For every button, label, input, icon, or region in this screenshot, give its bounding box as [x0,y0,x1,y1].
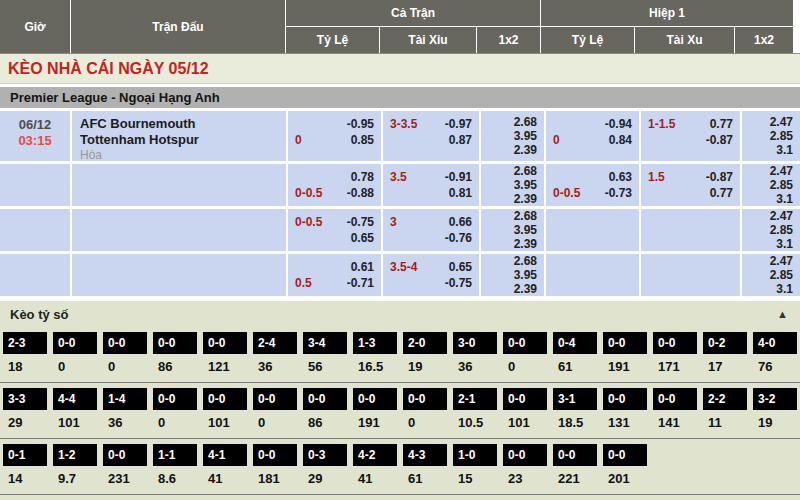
score-cell[interactable]: 3-2 [753,388,797,410]
league-header[interactable]: Premier League - Ngoại Hạng Anh [0,87,800,108]
score-odds-value[interactable]: 0 [503,354,547,382]
score-cell[interactable]: 2-3 [3,332,47,354]
odds-cell-h1-1x2[interactable]: 2.47 2.85 3.1 [742,164,800,206]
odds-value[interactable]: 2.47 [742,164,793,178]
score-cell[interactable]: 4-2 [353,444,397,466]
odds-value[interactable]: -0.73 [605,185,632,201]
score-cell[interactable]: 0-0 [403,388,447,410]
score-cell[interactable]: 0-0 [503,388,547,410]
score-cell[interactable]: 0-2 [703,332,747,354]
odds-value[interactable]: 0.61 [351,259,374,275]
score-odds-value[interactable]: 8.6 [153,466,197,494]
odds-cell-ft-1x2[interactable]: 2.68 3.95 2.39 [481,209,544,251]
score-cell[interactable]: 0-0 [353,388,397,410]
odds-value[interactable]: 0.66 [449,214,472,230]
score-cell[interactable]: 4-3 [403,444,447,466]
score-odds-value[interactable]: 141 [653,410,697,438]
score-cell[interactable]: 3-3 [3,388,47,410]
score-cell[interactable]: 0-1 [3,444,47,466]
odds-value[interactable]: 0.81 [449,185,472,201]
score-cell[interactable]: 1-0 [453,444,497,466]
score-odds-value[interactable]: 0 [403,410,447,438]
score-cell[interactable]: 2-1 [453,388,497,410]
score-odds-value[interactable]: 221 [553,466,597,494]
odds-value[interactable]: -0.88 [347,185,374,201]
score-cell[interactable]: 0-0 [203,388,247,410]
odds-value[interactable]: 0.77 [710,116,733,132]
odds-value[interactable]: -0.87 [706,169,733,185]
score-cell[interactable]: 0-0 [253,444,297,466]
team-away[interactable]: Tottenham Hotspur [80,132,286,148]
score-odds-value[interactable]: 19 [403,354,447,382]
odds-value[interactable]: 3.1 [742,237,793,251]
score-cell[interactable]: 0-0 [503,332,547,354]
odds-cell-h1-1x2[interactable]: 2.47 2.85 3.1 [742,254,800,296]
score-odds-value[interactable]: 86 [153,354,197,382]
odds-cell-ft-1x2[interactable]: 2.68 3.95 2.39 [481,164,544,206]
odds-cell-h1-handicap[interactable]: -0.94 00.84 [546,111,639,161]
score-cell[interactable]: 0-0 [153,332,197,354]
score-cell[interactable]: 0-4 [553,332,597,354]
odds-value[interactable]: 2.68 [481,209,537,223]
odds-value[interactable]: -0.76 [445,230,472,246]
odds-value[interactable]: 2.68 [481,115,537,129]
score-cell[interactable]: 0-0 [103,332,147,354]
odds-value[interactable]: 0.85 [351,132,374,148]
score-odds-value[interactable]: 191 [603,354,647,382]
score-odds-value[interactable]: 36 [103,410,147,438]
score-odds-value[interactable]: 19 [753,410,797,438]
odds-cell-h1-1x2[interactable]: 2.47 2.85 3.1 [742,209,800,251]
score-odds-value[interactable]: 56 [303,354,347,382]
score-cell[interactable]: 3-1 [553,388,597,410]
odds-cell-h1-1x2[interactable]: 2.47 2.85 3.1 [742,111,800,161]
odds-value[interactable]: -0.87 [706,132,733,148]
odds-cell-ft-handicap[interactable]: 0.78 0-0.5-0.88 [288,164,381,206]
score-cell[interactable]: 1-2 [53,444,97,466]
score-odds-value[interactable]: 0 [153,410,197,438]
score-odds-value[interactable]: 86 [303,410,347,438]
odds-value[interactable]: 2.47 [742,254,793,268]
score-odds-value[interactable]: 76 [753,354,797,382]
score-cell[interactable]: 0-0 [203,332,247,354]
odds-value[interactable]: 2.47 [742,209,793,223]
odds-value[interactable]: 0.87 [449,132,472,148]
score-odds-value[interactable]: 0 [53,354,97,382]
team-home[interactable]: AFC Bournemouth [80,116,286,132]
score-odds-value[interactable]: 61 [403,466,447,494]
odds-cell-ft-1x2[interactable]: 2.68 3.95 2.39 [481,254,544,296]
score-cell[interactable]: 0-0 [553,444,597,466]
score-cell[interactable]: 4-1 [203,444,247,466]
score-cell[interactable]: 0-0 [253,388,297,410]
odds-value[interactable]: 2.68 [481,164,537,178]
odds-value[interactable]: 0.78 [351,169,374,185]
odds-value[interactable]: -0.75 [445,275,472,291]
score-cell[interactable]: 0-0 [103,444,147,466]
odds-cell-ft-overunder[interactable]: 3.5-0.91 0.81 [383,164,479,206]
score-cell[interactable]: 2-0 [403,332,447,354]
odds-value[interactable]: 3.1 [742,143,793,157]
score-odds-value[interactable]: 16.5 [353,354,397,382]
score-odds-value[interactable]: 101 [53,410,97,438]
score-cell[interactable]: 0-3 [303,444,347,466]
score-cell[interactable]: 3-0 [453,332,497,354]
odds-value[interactable]: -0.91 [445,169,472,185]
odds-cell-ft-handicap[interactable]: -0.95 00.85 [288,111,381,161]
score-section-header[interactable]: Kèo tỷ số ▲ [0,301,800,327]
odds-value[interactable]: 2.85 [742,223,793,237]
score-cell[interactable]: 1-4 [103,388,147,410]
odds-cell-h1-handicap[interactable]: 0.63 0-0.5-0.73 [546,164,639,206]
odds-value[interactable]: 3.1 [742,282,793,296]
odds-value[interactable]: 2.39 [481,192,537,206]
odds-value[interactable]: -0.71 [347,275,374,291]
odds-value[interactable]: 2.39 [481,282,537,296]
score-cell[interactable]: 3-4 [303,332,347,354]
odds-value[interactable]: 0.84 [609,132,632,148]
score-odds-value[interactable]: 10.5 [453,410,497,438]
score-cell[interactable]: 2-4 [253,332,297,354]
score-odds-value[interactable]: 41 [203,466,247,494]
odds-value[interactable]: 3.95 [481,178,537,192]
odds-cell-ft-overunder[interactable]: 30.66 -0.76 [383,209,479,251]
score-odds-value[interactable]: 201 [603,466,647,494]
score-odds-value[interactable]: 131 [603,410,647,438]
odds-value[interactable]: 3.95 [481,223,537,237]
